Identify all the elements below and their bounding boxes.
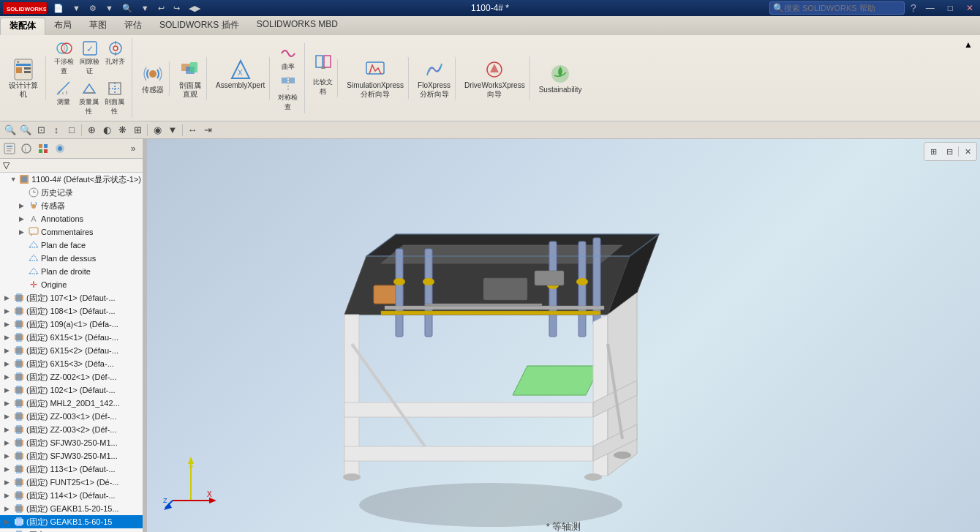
tree-item-107[interactable]: ▶ (固定) 107<1> (Défaut-... bbox=[0, 291, 143, 304]
3d-viewport[interactable]: ⊞ ⊟ ✕ bbox=[147, 139, 980, 532]
tree-item-sfjw30-2[interactable]: ▶ (固定) SFJW30-250-M1... bbox=[0, 449, 143, 462]
tree-item-origine[interactable]: ✛ Origine bbox=[0, 278, 143, 291]
section-view-button[interactable]: ⊕ bbox=[84, 123, 99, 138]
zoom-out-button[interactable]: 🔍 bbox=[18, 123, 33, 138]
interference-button[interactable]: 干涉检查 bbox=[52, 38, 76, 78]
menu-nav-btns[interactable]: ◀▶ bbox=[185, 3, 204, 14]
view-3d-button[interactable]: □ bbox=[64, 123, 79, 138]
tree-item-plan-droite[interactable]: Plan de droite bbox=[0, 265, 143, 278]
panel-expand-button[interactable]: » bbox=[125, 141, 141, 157]
tree-item-102[interactable]: ▶ (固定) 102<1> (Défaut-... bbox=[0, 383, 143, 397]
symmetry-check-button[interactable]: 对称检查 bbox=[276, 74, 300, 113]
svg-rect-64 bbox=[16, 333, 22, 342]
menu-btn1[interactable]: ▼ bbox=[69, 3, 84, 14]
tree-item-plan-dessus[interactable]: Plan de dessus bbox=[0, 252, 143, 265]
menu-btn3[interactable]: ▼ bbox=[102, 3, 117, 14]
search-bar[interactable]: 🔍 bbox=[769, 1, 905, 15]
assembly-visual-button[interactable]: 剖面属直观 bbox=[176, 56, 207, 100]
tree-item-funt25[interactable]: ▶ (固定) FUNT25<1> (Dé-... bbox=[0, 476, 143, 489]
svg-rect-86 bbox=[16, 478, 22, 487]
tree-item-6x15-3[interactable]: ▶ (固定) 6X15<3> (Défa-... bbox=[0, 357, 143, 370]
design-calc-button[interactable]: ⚙ 设计计算机 bbox=[6, 56, 41, 100]
mass-props-button[interactable]: 质量属性 bbox=[77, 78, 101, 118]
clearance-verify-button[interactable]: ✓ 间隙验证 bbox=[78, 38, 102, 78]
tree-item-zz003-2[interactable]: ▶ (固定) ZZ-003<2> (Déf-... bbox=[0, 423, 143, 436]
sensor-button[interactable]: 传感器 bbox=[138, 61, 170, 96]
displaystatemgr-tab[interactable] bbox=[52, 141, 68, 157]
menu-btn7[interactable]: ↪ bbox=[170, 3, 184, 14]
tree-item-history[interactable]: 历史记录 bbox=[0, 186, 143, 199]
svg-rect-101 bbox=[396, 249, 403, 337]
tree-item-plan-face[interactable]: Plan de face bbox=[0, 239, 143, 252]
close-button[interactable]: ✕ bbox=[962, 3, 977, 13]
tab-assembly[interactable]: 装配体 bbox=[0, 18, 45, 35]
curvature-button[interactable]: 曲率 bbox=[276, 43, 300, 73]
hide-show-button[interactable]: ◉ bbox=[150, 123, 165, 138]
tree-item-sensors[interactable]: ▶ 传感器 bbox=[0, 199, 143, 212]
vp-shrink-button[interactable]: ⊟ bbox=[942, 144, 957, 159]
zoom-in-button[interactable]: 🔍 bbox=[3, 123, 18, 138]
tree-item-114[interactable]: ▶ (固定) 114<1> (Défaut-... bbox=[0, 489, 143, 502]
measure-button[interactable]: 测量 bbox=[52, 78, 75, 118]
tree-item-mhl2[interactable]: ▶ (固定) MHL2_20D1_142... bbox=[0, 397, 143, 410]
expand-button[interactable]: ↔ bbox=[185, 123, 200, 138]
assembly-xpert-button[interactable]: X AssemblyXpert bbox=[213, 56, 270, 100]
driveWorks-button[interactable]: DriveWorksXpress向导 bbox=[461, 56, 530, 100]
search-input[interactable] bbox=[784, 4, 901, 12]
exp[interactable]: ▶ bbox=[19, 228, 28, 236]
tree-item-6x15-2[interactable]: ▶ (固定) 6X15<2> (Défau-... bbox=[0, 344, 143, 357]
display-mode-button[interactable]: ◐ bbox=[99, 123, 114, 138]
menu-file[interactable]: 📄 bbox=[50, 3, 67, 14]
collapse-right-button[interactable]: ⇥ bbox=[200, 123, 215, 138]
tab-layout[interactable]: 布局 bbox=[45, 18, 80, 35]
compare-docs-button[interactable]: 比较文档 bbox=[311, 59, 338, 98]
simulation-xpress-button[interactable]: SimulationXpress分析向导 bbox=[344, 56, 409, 100]
tree-item-6x15-1[interactable]: ▶ (固定) 6X15<1> (Défau-... bbox=[0, 331, 143, 344]
svg-rect-90 bbox=[16, 504, 22, 513]
sustainability-button[interactable]: Sustainability bbox=[536, 61, 585, 96]
tab-sw-plugins[interactable]: SOLIDWORKS 插件 bbox=[151, 18, 248, 35]
configmgr-tab[interactable] bbox=[35, 141, 51, 157]
tree-item-bgb[interactable]: ▶ (固定) BGB7B600577.6... bbox=[0, 528, 143, 532]
tree-item-commentaires[interactable]: ▶ Commentaires bbox=[0, 225, 143, 239]
tree-expand-icon[interactable]: ▼ bbox=[10, 176, 19, 183]
maximize-button[interactable]: □ bbox=[944, 3, 957, 13]
vp-close-button[interactable]: ✕ bbox=[960, 144, 975, 159]
view-orient-button[interactable]: ↕ bbox=[49, 123, 64, 138]
tree-item-geakb60[interactable]: ▶ (固定) GEAKB1.5-60-15 bbox=[0, 515, 143, 528]
tree-item-108[interactable]: ▶ (固定) 108<1> (Défaut-... bbox=[0, 304, 143, 318]
section-props-button[interactable]: 剖面属性 bbox=[102, 78, 127, 118]
tree-item-109a[interactable]: ▶ (固定) 109(a)<1> (Défa-... bbox=[0, 318, 143, 331]
tree-item-zz003-1[interactable]: ▶ (固定) ZZ-003<1> (Déf-... bbox=[0, 410, 143, 423]
floXpress-button[interactable]: FloXpress分析向导 bbox=[415, 56, 456, 100]
ribbon-collapse-button[interactable]: ▲ bbox=[962, 38, 974, 51]
scene-button[interactable]: ⊞ bbox=[130, 123, 145, 138]
propmgr-tab[interactable]: i bbox=[18, 141, 34, 157]
featuremgr-tab[interactable] bbox=[1, 141, 18, 157]
zoom-fit-button[interactable]: ⊡ bbox=[34, 123, 48, 138]
feature-tree[interactable]: ▼ 1100-4# (Défaut<显示状态-1>) 历史记录 ▶ bbox=[0, 173, 143, 532]
exp[interactable]: ▶ bbox=[19, 202, 28, 209]
tree-item-sfjw30-1[interactable]: ▶ (固定) SFJW30-250-M1... bbox=[0, 436, 143, 449]
sensors-label: 传感器 bbox=[41, 201, 65, 211]
edit-appear-button[interactable]: ❋ bbox=[115, 123, 129, 138]
tree-item-annotations[interactable]: ▶ A Annotations bbox=[0, 212, 143, 225]
help-icon[interactable]: ? bbox=[911, 2, 916, 14]
vp-expand-button[interactable]: ⊞ bbox=[926, 144, 941, 159]
tree-item-geakb15[interactable]: ▶ (固定) GEAKB1.5-20-15... bbox=[0, 502, 143, 515]
hole-align-button[interactable]: 孔对齐 bbox=[103, 38, 127, 78]
menu-btn6[interactable]: ↩ bbox=[154, 3, 168, 14]
tab-sketch[interactable]: 草图 bbox=[80, 18, 116, 35]
menu-btn2[interactable]: ⚙ bbox=[86, 3, 100, 14]
menu-btn4[interactable]: 🔍 bbox=[118, 3, 136, 14]
menu-btn5[interactable]: ▼ bbox=[137, 3, 153, 14]
hole-align-icon bbox=[107, 40, 124, 57]
minimize-button[interactable]: — bbox=[922, 3, 938, 13]
tab-sw-mbd[interactable]: SOLIDWORKS MBD bbox=[248, 18, 347, 35]
tree-item-zz002[interactable]: ▶ (固定) ZZ-002<1> (Déf-... bbox=[0, 370, 143, 383]
tab-evaluate[interactable]: 评估 bbox=[116, 18, 151, 35]
tree-item-113[interactable]: ▶ (固定) 113<1> (Défaut-... bbox=[0, 462, 143, 476]
exp[interactable]: ▶ bbox=[19, 215, 28, 222]
view-menu-button[interactable]: ▼ bbox=[165, 123, 180, 138]
tree-root[interactable]: ▼ 1100-4# (Défaut<显示状态-1>) bbox=[0, 173, 143, 186]
